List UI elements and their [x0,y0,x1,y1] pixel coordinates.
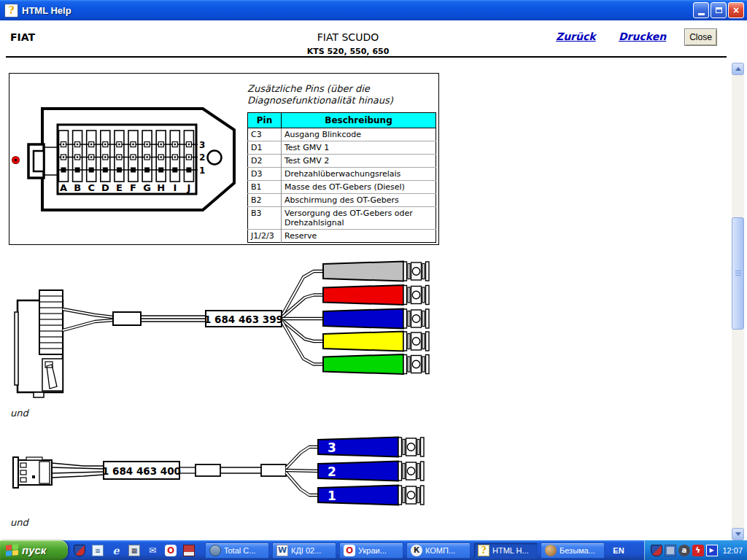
start-button[interactable]: пуск [0,540,68,560]
k-app-icon [411,545,422,556]
internet-explorer-icon[interactable] [110,545,122,556]
floppy-save-icon[interactable] [183,545,195,556]
plug-number: 3 [328,440,336,455]
pin-column-letter: A [60,182,67,193]
minimize-icon [698,13,705,15]
pin-row-number: 3 [199,140,205,150]
pin-table-row: D2Test GMV 2 [248,155,436,168]
pin-table-row: C3Ausgang Blinkcode [248,128,436,141]
header-divider [6,56,727,58]
taskbar-button-label: Украи... [358,546,387,555]
scrollbar-thumb[interactable] [732,217,744,330]
cable-connector-399 [15,290,63,397]
pin-column-letter: F [130,182,136,193]
pin-row-number: 2 [199,152,205,163]
taskbar-button[interactable]: HTML H... [473,542,538,559]
pin-column-header: Pin [248,113,282,128]
pin-id-cell: D2 [248,155,282,168]
pin-description-cell: Versorgung des OT-Gebers oder Drehzahlsi… [282,207,436,230]
windows-logo-icon [6,544,18,556]
cable-wires-400 [286,447,318,495]
pin-column-letter: E [116,182,123,193]
cable-diagram-399: 1 684 463 399 [13,255,430,405]
pin-description-cell: Abschirmung des OT-Gebers [282,194,436,207]
banana-plug [323,354,429,374]
pin-column-letter: G [143,182,151,193]
minimize-button[interactable] [693,2,709,18]
pin-table-row: B2Abschirmung des OT-Gebers [248,194,436,207]
taskbar-button[interactable]: КДІ 02... [272,542,336,559]
pin-table-row: B1Masse des OT-Gebers (Diesel) [248,181,436,194]
quick-launch-bar [68,540,202,560]
taskbar-button-label: КОМП... [425,546,455,555]
cable-sleeve [113,312,141,325]
pin-column-letter: D [101,182,109,193]
download-lightning-icon[interactable] [692,545,704,556]
word-document-icon [276,545,288,556]
scroll-up-button[interactable] [732,63,744,75]
taskbar-button[interactable]: Безыма... [541,542,605,559]
description-column-header: Beschreibung [282,113,436,128]
close-page-button[interactable]: Close [684,28,717,46]
pin-description-cell: Test GMV 2 [282,155,436,168]
desktop: { "window": { "title": "HTML Help" }, "h… [0,0,747,560]
banana-plug: 2 [318,462,424,481]
html-help-icon [478,545,489,556]
banana-plugs-400: 321 [318,438,424,505]
cable-sleeve [261,464,286,476]
pin-table-header-row: Pin Beschreibung [248,113,436,128]
wire-bundle [141,316,206,322]
obd-connector-diagram: ABCDEFGHIJ321 [9,74,245,244]
banana-plug: 3 [318,438,424,457]
notes-document-icon[interactable] [92,545,104,556]
banana-plug [323,285,429,305]
taskbar-button-label: КДІ 02... [291,546,321,555]
pin-id-cell: D1 [248,141,282,155]
pin-id-cell: B1 [248,181,282,194]
media-player-icon[interactable] [706,545,718,556]
pin-table-row: D1Test GMV 1 [248,141,436,155]
pin-id-cell: D3 [248,168,282,181]
network-monitor-icon[interactable] [665,545,676,556]
cable-connector-400 [13,457,52,488]
pin-table-row: J1/2/3Reserve [248,230,436,243]
banana-plugs-399 [323,262,429,375]
pin-id-cell: C3 [248,128,282,141]
restore-button[interactable] [711,2,727,18]
taskbar-button[interactable]: Total C... [205,542,269,559]
part-number-400: 1 684 463 400 [102,465,181,477]
outlook-express-icon[interactable] [147,545,158,556]
close-window-button[interactable]: × [728,2,744,18]
taskbar-button-label: Total C... [224,546,255,555]
taskbar-button-label: Безыма... [560,546,595,555]
pin-table-row: D3Drehzahlüberwachungsrelais [248,168,436,181]
opera-icon[interactable] [165,545,177,556]
banana-plug: 1 [318,486,424,505]
globe-a-icon[interactable] [678,545,690,556]
window-title: HTML Help [22,5,692,16]
banana-plug [323,262,429,281]
cable-wires-399 [63,271,323,365]
print-link[interactable]: Drucken [619,31,666,42]
pin-table: Pin Beschreibung C3Ausgang BlinkcodeD1Te… [247,112,436,243]
pin-table-row: B3Versorgung des OT-Gebers oder Drehzahl… [248,207,436,230]
language-indicator[interactable]: EN [608,540,630,560]
pin-column-letter: H [157,182,165,193]
scrollbar-grip [735,271,741,276]
and-label: und [10,408,28,419]
taskbar-button[interactable]: КОМП... [406,542,471,559]
antivirus-shield-icon[interactable] [74,545,85,556]
taskbar-button[interactable]: Украи... [339,542,403,559]
banana-plug [323,309,429,329]
pin-id-cell: B3 [248,207,282,230]
scroll-down-button[interactable] [732,528,744,540]
page-header: FIAT FIAT SCUDO KTS 520, 550, 650 Zurück… [0,20,747,63]
antivirus-shield-icon[interactable] [651,545,662,556]
wire [286,447,318,468]
calculator-icon[interactable] [128,545,140,556]
page-subtitle: KTS 520, 550, 650 [0,47,696,56]
title-bar: ? HTML Help × [0,0,747,20]
back-link[interactable]: Zurück [556,31,596,42]
vertical-scrollbar[interactable] [732,63,744,540]
pin-description-cell: Reserve [282,230,436,243]
